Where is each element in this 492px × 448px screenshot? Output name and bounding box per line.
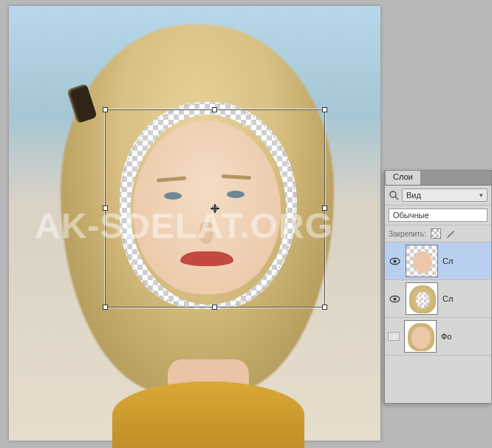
svg-point-3: [393, 259, 396, 262]
svg-point-0: [390, 191, 396, 197]
transform-handle-tr[interactable]: [322, 107, 327, 112]
transform-handle-tm[interactable]: [212, 107, 217, 112]
visibility-toggle[interactable]: [388, 292, 401, 305]
tab-layers[interactable]: Слои: [385, 170, 421, 185]
layer-filter-row: Вид ▾: [385, 186, 491, 206]
svg-line-1: [395, 197, 398, 200]
transform-handle-bm[interactable]: [212, 305, 217, 310]
layer-name[interactable]: Фо: [441, 332, 451, 341]
transform-handle-tl[interactable]: [103, 107, 108, 112]
shoulders: [112, 381, 304, 448]
search-icon: [389, 190, 399, 200]
visibility-toggle[interactable]: [388, 332, 400, 341]
layer-filter-select[interactable]: Вид ▾: [402, 189, 488, 202]
lock-label: Закрепить:: [389, 230, 426, 238]
blend-mode-select[interactable]: Обычные: [389, 208, 488, 222]
lock-transparency-button[interactable]: [431, 228, 441, 239]
lock-row: Закрепить:: [385, 225, 491, 242]
svg-point-5: [393, 297, 396, 300]
layer-row[interactable]: Сл: [385, 280, 491, 318]
brush-icon[interactable]: [445, 228, 456, 239]
canvas[interactable]: AK-SDELAT.ORG: [9, 6, 380, 441]
blend-mode-row: Обычные: [385, 206, 491, 225]
layers-panel: Слои Вид ▾ Обычные Закрепить: СлСлФо: [384, 170, 492, 404]
layer-filter-label: Вид: [406, 191, 421, 200]
transform-handle-bl[interactable]: [103, 305, 108, 310]
visibility-toggle[interactable]: [388, 254, 401, 268]
transform-handle-br[interactable]: [322, 305, 327, 310]
blend-mode-value: Обычные: [393, 211, 429, 220]
layer-name[interactable]: Сл: [443, 257, 453, 265]
layer-row[interactable]: Фо: [385, 318, 491, 356]
layer-thumbnail[interactable]: [404, 320, 437, 353]
layer-name[interactable]: Сл: [443, 294, 453, 303]
chevron-down-icon: ▾: [479, 191, 483, 199]
panel-tabs: Слои: [385, 171, 491, 186]
layers-list: СлСлФо: [385, 242, 491, 403]
layer-thumbnail[interactable]: [406, 245, 438, 277]
layer-row[interactable]: Сл: [385, 242, 491, 280]
watermark-text: AK-SDELAT.ORG: [35, 206, 333, 246]
layer-thumbnail[interactable]: [406, 282, 438, 315]
